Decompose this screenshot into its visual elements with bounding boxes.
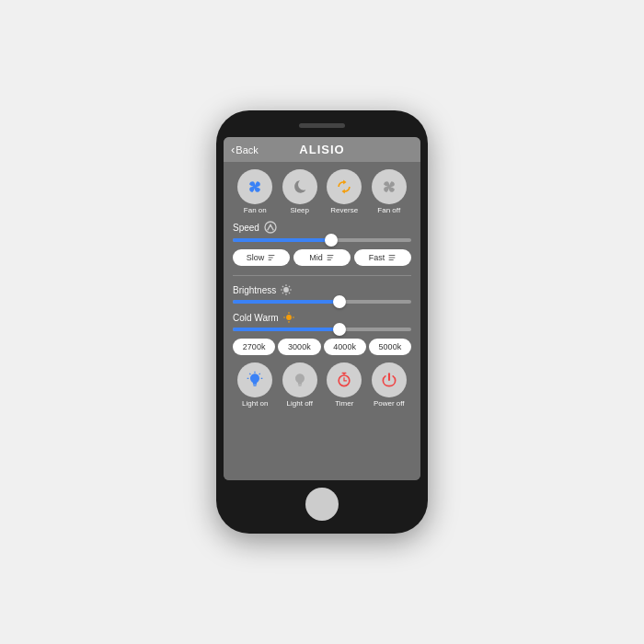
fan-on-label: Fan on: [244, 206, 267, 214]
reverse-button[interactable]: Reverse: [327, 169, 362, 214]
svg-rect-13: [298, 385, 301, 386]
svg-rect-6: [254, 385, 257, 386]
back-chevron-icon: ‹: [231, 143, 235, 156]
svg-line-9: [259, 374, 260, 374]
phone-home-button[interactable]: [305, 488, 339, 521]
speed-thumb[interactable]: [325, 234, 338, 247]
light-on-button[interactable]: Light on: [237, 362, 272, 408]
speed-fill: [233, 238, 331, 242]
speed-icon: [263, 220, 278, 235]
reverse-icon: [327, 169, 362, 204]
phone-speaker: [299, 123, 345, 128]
phone-screen: ‹ Back ALISIO: [224, 137, 420, 480]
temp-4000k-label: 4000k: [333, 342, 356, 351]
screen-content: Fan on Sleep: [224, 162, 420, 480]
power-off-button[interactable]: Power off: [372, 362, 407, 408]
slow-button[interactable]: Slow: [233, 249, 290, 266]
sleep-label: Sleep: [291, 206, 309, 214]
temp-3000k-label: 3000k: [288, 342, 311, 351]
light-off-button[interactable]: Light off: [282, 362, 317, 408]
cold-warm-slider[interactable]: [233, 328, 411, 331]
cold-warm-icon: [282, 311, 295, 324]
svg-line-8: [249, 374, 250, 374]
light-off-label: Light off: [287, 399, 313, 408]
fan-on-button[interactable]: Fan on: [237, 169, 272, 214]
page-title: ALISIO: [299, 143, 344, 156]
temp-5000k-button[interactable]: 5000k: [369, 339, 411, 355]
power-off-icon: [372, 362, 407, 397]
header: ‹ Back ALISIO: [224, 137, 420, 162]
brightness-label-row: Brightness: [233, 283, 411, 296]
fan-off-label: Fan off: [377, 206, 400, 214]
temp-5000k-label: 5000k: [379, 342, 402, 351]
brightness-icon: [280, 283, 293, 296]
light-controls-row: Light on Light off: [233, 362, 411, 408]
brightness-fill: [233, 300, 339, 304]
mid-button[interactable]: Mid: [293, 249, 351, 266]
temp-3000k-button[interactable]: 3000k: [278, 339, 320, 355]
back-label: Back: [236, 144, 258, 155]
temp-2700k-button[interactable]: 2700k: [233, 339, 275, 355]
fan-on-icon: [237, 169, 272, 204]
brightness-thumb[interactable]: [333, 295, 346, 308]
temp-buttons-row: 2700k 3000k 4000k 5000k: [233, 339, 411, 355]
svg-rect-12: [298, 384, 302, 385]
slow-icon: [267, 253, 276, 262]
temp-4000k-button[interactable]: 4000k: [324, 339, 366, 355]
mid-icon: [326, 253, 335, 262]
divider: [233, 275, 411, 276]
temp-2700k-label: 2700k: [243, 342, 266, 351]
speed-slider[interactable]: [233, 238, 411, 242]
light-on-label: Light on: [242, 399, 268, 408]
power-off-label: Power off: [374, 399, 405, 408]
speed-label-row: Speed: [233, 220, 411, 235]
cold-warm-thumb[interactable]: [333, 323, 346, 336]
cold-warm-label-row: Cold Warm: [233, 311, 411, 324]
speed-buttons-row: Slow Mid Fast: [233, 249, 411, 266]
svg-point-0: [254, 185, 257, 188]
light-on-icon: [237, 362, 272, 397]
sleep-icon: [282, 169, 317, 204]
slow-label: Slow: [247, 253, 265, 262]
speed-label: Speed: [233, 223, 259, 233]
timer-button[interactable]: Timer: [327, 362, 362, 408]
light-off-icon: [282, 362, 317, 397]
fast-label: Fast: [369, 253, 385, 262]
fast-icon: [387, 253, 397, 262]
cold-warm-label: Cold Warm: [233, 313, 279, 323]
fan-controls-row: Fan on Sleep: [233, 169, 411, 214]
svg-point-4: [286, 315, 292, 320]
phone-frame: ‹ Back ALISIO: [216, 110, 428, 534]
brightness-label: Brightness: [233, 285, 276, 295]
timer-label: Timer: [335, 399, 353, 408]
timer-icon: [327, 362, 362, 397]
brightness-slider[interactable]: [233, 300, 411, 304]
fan-off-button[interactable]: Fan off: [372, 169, 407, 214]
reverse-label: Reverse: [330, 206, 358, 214]
cold-warm-fill: [233, 328, 339, 331]
svg-rect-5: [253, 384, 257, 385]
back-button[interactable]: ‹ Back: [231, 143, 259, 156]
sleep-button[interactable]: Sleep: [282, 169, 317, 214]
svg-point-1: [387, 185, 390, 188]
svg-point-3: [283, 287, 289, 293]
fast-button[interactable]: Fast: [354, 249, 411, 266]
fan-off-icon: [372, 169, 407, 204]
mid-label: Mid: [309, 253, 323, 262]
